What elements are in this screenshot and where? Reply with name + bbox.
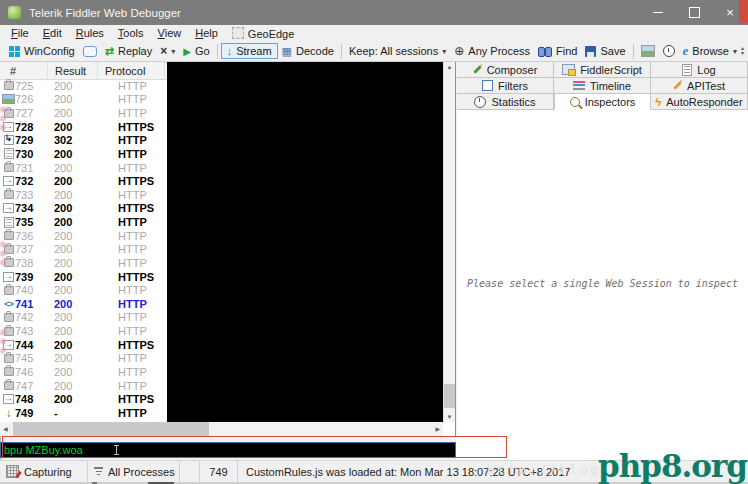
session-count: 749 [200, 461, 238, 482]
menu-tools[interactable]: Tools [111, 26, 151, 40]
session-protocol: HTTP [104, 325, 147, 337]
decode-toggle-button[interactable]: ▦ Decode [278, 44, 338, 59]
horizontal-scrollbar[interactable]: ◀ ▶ [0, 422, 443, 436]
vertical-scrollbar[interactable]: ▲ ▼ [443, 62, 455, 422]
window-controls: × [640, 0, 748, 25]
box-icon [4, 313, 14, 322]
floppy-disk-icon [585, 46, 596, 57]
tab-log[interactable]: Log [651, 62, 748, 78]
quickexec-input[interactable]: bpu MZBuy.woa [0, 442, 456, 458]
tab-fiddlerscript[interactable]: FiddlerScript [554, 62, 651, 78]
column-header-number[interactable]: # [0, 62, 48, 79]
tab-label: APITest [687, 80, 725, 92]
keep-sessions-dropdown[interactable]: Keep: All sessions ▾ [345, 44, 450, 58]
windows-logo-icon [9, 46, 20, 57]
session-number: 736 [15, 230, 46, 242]
session-result: 200 [46, 230, 104, 242]
tab-label: Composer [487, 64, 538, 76]
image-icon [2, 94, 15, 104]
session-number: 741 [15, 298, 46, 310]
process-filter-toggle[interactable]: All Processes [88, 461, 180, 482]
maximize-icon [689, 7, 700, 18]
session-result: 200 [46, 339, 104, 351]
tab-filters[interactable]: Filters [457, 78, 554, 94]
target-icon: ⊕ [454, 44, 464, 58]
tab-autoresponder[interactable]: AutoResponder [651, 94, 748, 110]
session-number: 742 [15, 311, 46, 323]
stream-label: Stream [236, 45, 271, 57]
screenshot-button[interactable] [637, 44, 659, 58]
tab-inspectors[interactable]: Inspectors [554, 94, 651, 110]
session-protocol: HTTP [104, 284, 147, 296]
https-icon [3, 203, 14, 213]
scroll-right-icon[interactable]: ▶ [435, 425, 440, 432]
scrollbar-thumb[interactable] [444, 384, 455, 408]
filters-icon [482, 80, 493, 91]
log-icon [682, 64, 692, 76]
menu-file[interactable]: File [4, 26, 36, 40]
tab-timeline[interactable]: Timeline [554, 78, 651, 94]
close-icon: × [726, 6, 734, 19]
scrollbar-thumb[interactable] [13, 422, 209, 436]
go-button[interactable]: ▶ Go [179, 44, 213, 58]
scroll-down-icon[interactable]: ▼ [444, 414, 455, 420]
menu-rules[interactable]: Rules [69, 26, 111, 40]
tab-statistics[interactable]: Statistics [457, 94, 554, 110]
session-number: 749 [15, 407, 46, 419]
session-result: 200 [46, 380, 104, 392]
maximize-button[interactable] [676, 0, 712, 25]
session-number: 731 [15, 162, 46, 174]
remove-sessions-button[interactable]: × ▾ [156, 43, 179, 59]
compose-icon [473, 65, 481, 73]
session-result: 200 [46, 202, 104, 214]
session-number: 726 [15, 93, 46, 105]
menu-help[interactable]: Help [188, 26, 225, 40]
capturing-toggle[interactable]: Capturing [0, 461, 88, 482]
stream-toggle-button[interactable]: ↓ Stream [221, 43, 278, 59]
comment-bubble-icon [83, 46, 97, 57]
save-button[interactable]: Save [581, 44, 629, 58]
column-header-protocol[interactable]: Protocol [98, 62, 165, 79]
filter-icon [94, 467, 103, 477]
menu-geoedge[interactable]: GeoEdge [225, 26, 301, 41]
menu-edit[interactable]: Edit [36, 26, 69, 40]
session-number: 748 [15, 393, 46, 405]
column-header-result[interactable]: Result [48, 62, 98, 79]
scroll-up-icon[interactable]: ▲ [444, 64, 455, 70]
inspectors-icon [570, 97, 580, 107]
menu-view[interactable]: View [151, 26, 189, 40]
scroll-left-icon[interactable]: ◀ [3, 425, 8, 432]
tab-label: Filters [498, 80, 528, 92]
session-protocol: HTTPS [104, 271, 154, 283]
box-icon [4, 163, 14, 172]
box-icon [4, 190, 14, 199]
timeline-icon [573, 81, 585, 90]
session-result: 200 [46, 107, 104, 119]
session-result: 200 [46, 162, 104, 174]
redacted-black-region [167, 62, 444, 422]
download-icon [6, 406, 12, 420]
tab-composer[interactable]: Composer [457, 62, 554, 78]
minimize-button[interactable] [640, 0, 676, 25]
any-process-button[interactable]: ⊕ Any Process [450, 43, 534, 59]
session-result: - [46, 407, 104, 419]
find-button[interactable]: Find [534, 44, 581, 58]
title-bar: Telerik Fiddler Web Debugger × [0, 0, 748, 25]
replay-button[interactable]: ⇄ Replay [101, 44, 156, 59]
toolbar-overflow-spinner[interactable]: ▴ ▾ [741, 46, 744, 56]
delete-x-icon: × [160, 44, 167, 58]
comment-button[interactable] [79, 45, 101, 58]
tab-strip: ComposerFiddlerScriptLogFiltersTimelineA… [457, 62, 748, 110]
winconfig-button[interactable]: WinConfig [5, 44, 79, 58]
session-result: 200 [46, 271, 104, 283]
https-icon [3, 394, 14, 404]
session-protocol: HTTP [104, 380, 147, 392]
toolbar: WinConfig ⇄ Replay × ▾ ▶ Go ↓ Stream ▦ D… [0, 41, 748, 62]
session-protocol: HTTP [104, 134, 147, 146]
timer-button[interactable] [659, 44, 679, 58]
browse-button[interactable]: e Browse ▾ [679, 42, 741, 60]
tab-apitest[interactable]: APITest [651, 78, 748, 94]
https-icon [3, 272, 14, 282]
chevron-down-icon: ▾ [171, 47, 175, 56]
box-icon [4, 81, 14, 90]
